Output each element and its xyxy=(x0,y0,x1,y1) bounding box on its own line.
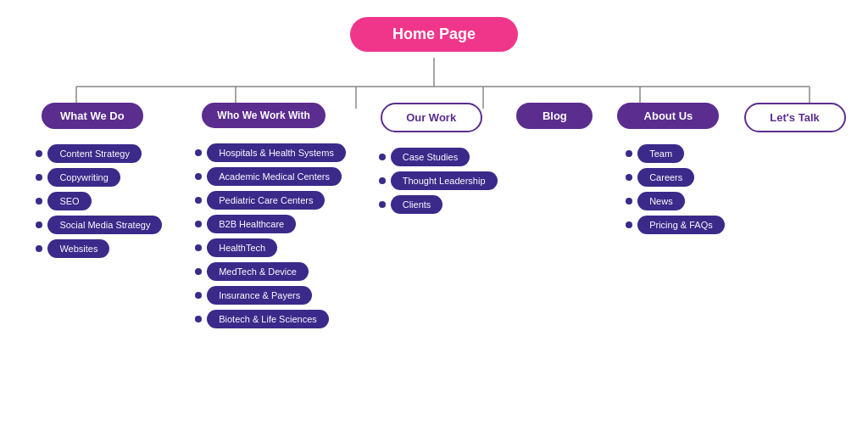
child-node[interactable]: Thought Leadership xyxy=(391,171,498,190)
bullet-icon xyxy=(195,149,202,156)
child-node[interactable]: Hospitals & Health Systems xyxy=(207,143,346,162)
child-node[interactable]: Clients xyxy=(391,195,443,214)
bullet-icon xyxy=(626,221,632,228)
column-what-we-do: What We Do Content Strategy Copywriting … xyxy=(22,103,162,258)
list-item: Team xyxy=(626,144,684,163)
category-our-work[interactable]: Our Work xyxy=(381,103,482,132)
list-item: B2B Healthcare xyxy=(195,215,296,233)
list-item: Copywriting xyxy=(36,168,120,187)
root-level: Home Page xyxy=(8,17,860,52)
list-item: Thought Leadership xyxy=(379,171,498,190)
list-item: Academic Medical Centers xyxy=(195,167,342,186)
list-item: Pricing & FAQs xyxy=(626,216,725,234)
bullet-icon xyxy=(36,198,42,205)
category-about-us[interactable]: About Us xyxy=(617,103,719,129)
bullet-icon xyxy=(36,174,42,181)
bullet-icon xyxy=(195,173,202,180)
category-what-we-do[interactable]: What We Do xyxy=(42,103,143,129)
bullet-icon xyxy=(195,292,202,299)
child-node[interactable]: SEO xyxy=(47,192,91,210)
category-blog[interactable]: Blog xyxy=(516,103,593,129)
column-who-we-work-with: Who We Work With Hospitals & Health Syst… xyxy=(181,103,346,328)
child-node[interactable]: Biotech & Life Sciences xyxy=(207,310,329,328)
child-node[interactable]: Copywriting xyxy=(47,168,120,187)
column-blog: Blog xyxy=(516,103,593,144)
bullet-icon xyxy=(195,197,202,204)
bullet-icon xyxy=(379,154,386,160)
child-node[interactable]: HealthTech xyxy=(207,238,277,257)
child-node[interactable]: News xyxy=(637,192,685,210)
child-node[interactable]: Careers xyxy=(637,168,694,187)
category-who-we-work-with[interactable]: Who We Work With xyxy=(202,103,325,128)
child-node[interactable]: Pricing & FAQs xyxy=(637,216,725,234)
bullet-icon xyxy=(379,177,386,184)
bullet-icon xyxy=(626,174,632,181)
bullet-icon xyxy=(195,221,202,227)
home-page-node[interactable]: Home Page xyxy=(350,17,518,52)
child-node[interactable]: Insurance & Payers xyxy=(207,286,312,305)
list-item: Careers xyxy=(626,168,694,187)
bullet-icon xyxy=(626,198,632,205)
list-item: Pediatric Care Centers xyxy=(195,191,325,210)
child-node[interactable]: B2B Healthcare xyxy=(207,215,296,233)
children-our-work: Case Studies Thought Leadership Clients xyxy=(365,148,498,214)
child-node[interactable]: Team xyxy=(637,144,684,163)
bullet-icon xyxy=(626,150,632,157)
list-item: Biotech & Life Sciences xyxy=(195,310,329,328)
child-node[interactable]: Academic Medical Centers xyxy=(207,167,342,186)
list-item: News xyxy=(626,192,685,210)
bullet-icon xyxy=(36,150,42,157)
list-item: MedTech & Device xyxy=(195,262,309,281)
column-about-us: About Us Team Careers News Pricing & FAQ… xyxy=(612,103,725,234)
category-lets-talk[interactable]: Let's Talk xyxy=(744,103,846,132)
child-node[interactable]: Social Media Strategy xyxy=(47,216,162,234)
bullet-icon xyxy=(195,244,202,251)
bullet-icon xyxy=(195,316,202,322)
list-item: Content Strategy xyxy=(36,144,142,163)
children-what-we-do: Content Strategy Copywriting SEO Social … xyxy=(22,144,162,258)
list-item: Websites xyxy=(36,239,109,258)
child-node[interactable]: Case Studies xyxy=(391,148,470,166)
child-node[interactable]: Pediatric Care Centers xyxy=(207,191,325,210)
bullet-icon xyxy=(379,201,386,208)
children-about-us: Team Careers News Pricing & FAQs xyxy=(612,144,725,234)
list-item: Clients xyxy=(379,195,443,214)
list-item: Insurance & Payers xyxy=(195,286,312,305)
list-item: Case Studies xyxy=(379,148,470,166)
column-our-work: Our Work Case Studies Thought Leadership… xyxy=(365,103,498,214)
bullet-icon xyxy=(195,268,202,275)
column-lets-talk: Let's Talk xyxy=(744,103,846,148)
main-level: What We Do Content Strategy Copywriting … xyxy=(8,103,860,328)
child-node[interactable]: Content Strategy xyxy=(47,144,142,163)
bullet-icon xyxy=(36,245,42,252)
child-node[interactable]: Websites xyxy=(47,239,109,258)
list-item: SEO xyxy=(36,192,91,210)
children-who-we-work-with: Hospitals & Health Systems Academic Medi… xyxy=(181,143,346,328)
child-node[interactable]: MedTech & Device xyxy=(207,262,309,281)
bullet-icon xyxy=(36,221,42,228)
list-item: Hospitals & Health Systems xyxy=(195,143,346,162)
list-item: Social Media Strategy xyxy=(36,216,162,234)
list-item: HealthTech xyxy=(195,238,277,257)
sitemap-chart: Home Page What We Do Content Strategy Co… xyxy=(0,0,868,426)
